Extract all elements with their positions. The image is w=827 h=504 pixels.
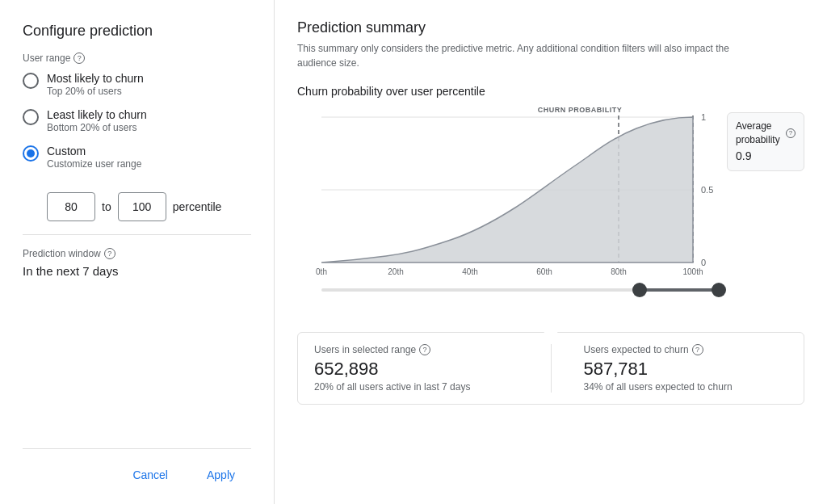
radio-custom[interactable]: Custom Customize user range [23, 145, 251, 170]
summary-description: This summary only considers the predicti… [297, 41, 766, 70]
chart-title: Churn probability over user percentile [297, 85, 804, 98]
svg-text:60th: 60th [536, 267, 552, 276]
divider-1 [23, 234, 251, 235]
svg-text:CHURN PROBABILITY: CHURN PROBABILITY [538, 106, 623, 114]
radio-sublabel-least-likely: Bottom 20% of users [47, 122, 147, 133]
stat-value-users-churn: 587,781 [584, 359, 788, 380]
svg-text:100th: 100th [682, 267, 703, 276]
stat-sub-users-range: 20% of all users active in last 7 days [314, 381, 518, 393]
radio-circle-custom[interactable] [23, 145, 39, 162]
slider-section: 80th 100th [297, 282, 804, 317]
apply-button[interactable]: Apply [191, 462, 251, 488]
right-panel: Prediction summary This summary only con… [275, 0, 827, 504]
percentile-suffix: percentile [173, 200, 222, 213]
stat-divider [551, 344, 552, 393]
radio-label-most-likely: Most likely to churn [47, 72, 144, 85]
radio-circle-most-likely[interactable] [23, 73, 39, 89]
user-range-info-icon[interactable]: ? [73, 52, 85, 64]
chart-area: 1 0.5 0 CHURN PROBABILITY 0th [297, 101, 804, 488]
panel-title: Configure prediction [23, 23, 251, 40]
stat-users-churn-info-icon[interactable]: ? [692, 344, 703, 355]
radio-least-likely[interactable]: Least likely to churn Bottom 20% of user… [23, 108, 251, 133]
radio-sublabel-custom: Customize user range [47, 158, 141, 170]
svg-text:0: 0 [701, 258, 706, 267]
svg-text:0.5: 0.5 [701, 185, 713, 195]
stat-value-users-range: 652,898 [314, 359, 518, 380]
slider-labels: 80th 100th [620, 301, 827, 317]
left-bottom-buttons: Cancel Apply [23, 448, 251, 488]
chart-wrapper: 1 0.5 0 CHURN PROBABILITY 0th [297, 101, 804, 279]
churn-chart: 1 0.5 0 CHURN PROBABILITY 0th [297, 101, 725, 279]
slider-track-fill [640, 288, 719, 292]
stat-block-users-range: Users in selected range ? 652,898 20% of… [314, 344, 518, 393]
left-panel: Configure prediction User range ? Most l… [0, 0, 275, 504]
avg-prob-info-icon[interactable]: ? [786, 128, 796, 138]
prediction-window-value: In the next 7 days [23, 264, 251, 278]
slider-thumb-left[interactable] [632, 283, 647, 297]
summary-title: Prediction summary [297, 19, 804, 36]
stat-label-users-churn: Users expected to churn ? [584, 344, 788, 355]
radio-label-least-likely: Least likely to churn [47, 108, 147, 121]
radio-circle-least-likely[interactable] [23, 109, 39, 125]
svg-text:80th: 80th [611, 267, 626, 276]
radio-sublabel-most-likely: Top 20% of users [47, 86, 144, 97]
avg-probability-tooltip: Average probability ? 0.9 [727, 112, 804, 171]
radio-group: Most likely to churn Top 20% of users Le… [23, 72, 251, 170]
prediction-window-label: Prediction window ? [23, 248, 251, 259]
stat-block-users-churn: Users expected to churn ? 587,781 34% of… [584, 344, 788, 393]
prediction-window-info-icon[interactable]: ? [104, 248, 115, 259]
percentile-connector: to [102, 200, 111, 213]
stat-users-range-info-icon[interactable]: ? [419, 344, 430, 355]
stat-sub-users-churn: 34% of all users expected to churn [584, 381, 788, 393]
slider-thumb-right[interactable] [712, 283, 726, 297]
radio-label-custom: Custom [47, 145, 141, 158]
avg-prob-label: Average probability ? [736, 120, 796, 147]
percentile-from-input[interactable] [47, 192, 95, 221]
avg-prob-value: 0.9 [736, 149, 796, 165]
radio-inner-custom [27, 149, 35, 158]
user-range-label: User range ? [23, 52, 251, 64]
svg-text:40th: 40th [462, 267, 477, 276]
radio-most-likely[interactable]: Most likely to churn Top 20% of users [23, 72, 251, 97]
stats-section: Users in selected range ? 652,898 20% of… [297, 332, 804, 405]
percentile-to-input[interactable] [118, 192, 166, 221]
svg-text:1: 1 [701, 112, 706, 122]
cancel-button[interactable]: Cancel [116, 462, 184, 488]
slider-track-container [321, 282, 719, 298]
stat-label-users-range: Users in selected range ? [314, 344, 518, 355]
svg-text:20th: 20th [388, 267, 403, 276]
svg-text:0th: 0th [316, 267, 327, 276]
percentile-inputs: to percentile [47, 192, 251, 221]
